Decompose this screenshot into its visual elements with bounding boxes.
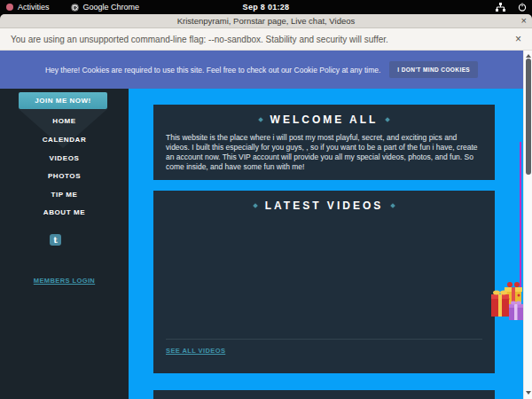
join-me-now-button[interactable]: JOIN ME NOW! xyxy=(19,92,107,109)
window-titlebar: Kristenpyrami, Pornstar page, Live chat,… xyxy=(0,14,532,28)
sidebar-item-photos[interactable]: PHOTOS xyxy=(0,172,129,180)
sidebar-item-home[interactable]: HOME xyxy=(0,117,129,125)
welcome-text: This website is the place where i will p… xyxy=(153,126,495,172)
chat-widget-edge xyxy=(520,142,521,294)
diamond-icon xyxy=(258,117,263,122)
window-title: Kristenpyrami, Pornstar page, Live chat,… xyxy=(177,16,355,26)
welcome-title: WELCOME ALL xyxy=(270,113,379,126)
sidebar-item-videos[interactable]: VIDEOS xyxy=(0,154,129,162)
infobar-message: You are using an unsupported command-lin… xyxy=(11,35,388,44)
members-login-link[interactable]: MEMBERS LOGIN xyxy=(0,277,129,285)
window-close-icon[interactable]: × xyxy=(521,15,527,26)
clock[interactable]: Sep 8 01:28 xyxy=(0,3,532,12)
cookie-banner: Hey there! Cookies are required to use t… xyxy=(0,51,523,89)
diamond-icon xyxy=(386,117,391,122)
infobar-close-icon[interactable]: × xyxy=(515,33,521,45)
see-all-videos-link[interactable]: SEE ALL VIDEOS xyxy=(166,347,225,355)
welcome-panel: WELCOME ALL This website is the place wh… xyxy=(153,105,495,180)
next-panel-partial xyxy=(153,390,495,399)
cookie-message: Hey there! Cookies are required to use t… xyxy=(45,66,380,74)
divider xyxy=(166,339,482,340)
system-tray xyxy=(496,0,527,14)
welcome-title-row: WELCOME ALL xyxy=(153,105,495,126)
scrollbar-up-icon[interactable] xyxy=(526,54,531,58)
network-icon[interactable] xyxy=(496,3,505,12)
gnome-top-bar: Activities Google Chrome Sep 8 01:28 xyxy=(0,0,532,14)
latest-videos-panel: LATEST VIDEOS SEE ALL VIDEOS xyxy=(153,191,495,373)
sidebar-item-about-me[interactable]: ABOUT ME xyxy=(0,208,129,216)
chrome-infobar: You are using an unsupported command-lin… xyxy=(0,28,532,51)
gifts-icon[interactable] xyxy=(491,281,524,325)
scrollbar-down-icon[interactable] xyxy=(526,391,531,395)
latest-videos-title: LATEST VIDEOS xyxy=(265,200,383,212)
power-icon[interactable] xyxy=(518,3,527,12)
diamond-icon xyxy=(253,203,258,208)
screen: Activities Google Chrome Sep 8 01:28 xyxy=(0,0,532,399)
sidebar-item-tip-me[interactable]: TIP ME xyxy=(0,191,129,199)
page-scrollbar[interactable] xyxy=(523,51,532,399)
accept-cookies-button[interactable]: I DON'T MIND COOKIES xyxy=(389,61,478,78)
scrollbar-thumb[interactable] xyxy=(526,59,531,175)
latest-videos-title-row: LATEST VIDEOS xyxy=(153,191,495,212)
sidebar: JOIN ME NOW! HOME CALENDAR VIDEOS PHOTOS… xyxy=(0,89,129,399)
diamond-icon xyxy=(390,203,395,208)
tumblr-icon[interactable]: t xyxy=(50,234,61,246)
sidebar-item-calendar[interactable]: CALENDAR xyxy=(0,136,129,144)
